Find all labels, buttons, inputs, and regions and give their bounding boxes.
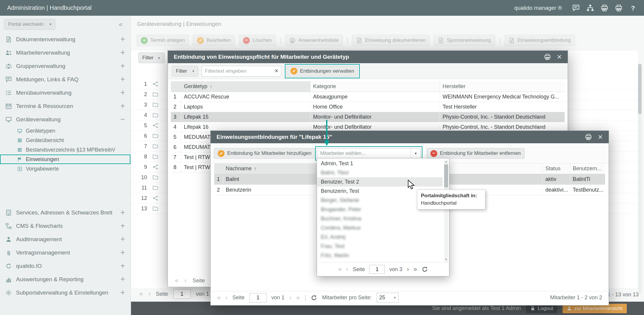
column-header-hersteller[interactable]: Hersteller [440,81,565,92]
column-header-benutzername[interactable]: Benutzern... [570,163,605,174]
expander-icon[interactable]: + [120,62,125,70]
sidebar-subitem[interactable]: Gerätetypen [0,126,130,136]
sidebar-item[interactable]: Auditmanagement + [0,233,130,246]
dropdown-item[interactable]: Benutzer, Test 2 [317,177,443,187]
sidebar-item[interactable]: CMS & Flowcharts + [0,219,130,233]
page-input[interactable] [369,265,385,274]
sidebar-subitem[interactable]: Bestandsverzeichnis §13 MPBetreibV [0,145,130,155]
expander-icon[interactable]: + [120,209,125,217]
column-header-number[interactable] [214,163,223,174]
expander-icon[interactable]: + [120,222,125,230]
per-page-select[interactable]: 25 ▾ [377,293,399,303]
toolbar-button[interactable]: Einweisungsentbindung [504,35,575,46]
close-icon[interactable]: × [598,133,603,141]
scrollbar-thumb[interactable] [444,164,448,187]
expander-icon[interactable]: + [120,235,125,243]
main-scrollbar[interactable] [638,63,642,295]
expander-icon[interactable]: − [120,115,125,123]
toolbar-button[interactable]: Einweisung dokumentieren [352,35,430,46]
dropdown-item[interactable]: Cordera, Markus [317,223,443,233]
scroll-down-icon[interactable]: ▼ [444,257,448,262]
filter-button[interactable]: Filter ▾ [172,66,198,77]
sidebar-item[interactable]: Menübaumverwaltung + [0,86,130,99]
sidebar-item[interactable]: § Vertragsmanagement + [0,246,130,259]
help-icon[interactable]: ? [629,4,637,12]
column-header-number[interactable] [171,81,181,92]
scroll-up-icon[interactable]: ▲ [444,160,448,164]
expander-icon[interactable]: + [120,35,125,43]
refresh-icon[interactable] [422,266,428,273]
expander-icon[interactable]: + [120,275,125,283]
remove-entbindung-button[interactable]: − Entbindung für Mitarbeiter entfernen [427,148,525,159]
toolbar-button[interactable]: −Löschen [239,35,276,46]
toolbar-button[interactable]: Anwesenheitsliste [285,35,343,46]
add-entbindung-button[interactable]: Entbindung für Mitarbeiter hinzufügen [214,148,315,159]
sidebar-collapse-icon[interactable]: « [119,20,123,28]
sidebar-item[interactable]: Services, Adressen & Schwarzes Brett + [0,206,130,219]
geraetetyp-row[interactable]: 3 Lifepak 15 Monitor- und Defibrillator … [171,112,565,122]
last-page-button[interactable]: » [413,266,417,273]
dropdown-scrollbar[interactable]: ▲ ▼ [444,160,448,262]
first-page-button[interactable]: « [217,295,221,301]
column-header-kategorie[interactable]: Kategorie [310,81,440,92]
scrollbar-thumb[interactable] [638,64,642,114]
page-input[interactable] [250,293,267,303]
expander-icon[interactable]: + [120,249,125,257]
geraetetyp-row[interactable]: 1 ACCUVAC Rescue Absaugpumpe WEINMANN Em… [171,92,565,102]
main-filter-button[interactable]: Filter ▾ [138,52,165,63]
expander-icon[interactable]: + [120,262,125,270]
printer-icon[interactable] [615,4,623,12]
geraetetyp-row[interactable]: 2 Laptops Home Office Test Hersteller [171,102,565,112]
expander-icon[interactable]: + [120,49,125,57]
prev-page-button[interactable]: ‹ [184,277,187,284]
sidebar-item[interactable]: Meldungen, Links & FAQ + [0,73,130,86]
sidebar-item[interactable]: Dokumentenverwaltung + [0,33,130,46]
sidebar-item[interactable]: Mitarbeiterverwaltung + [0,46,130,59]
first-page-button[interactable]: « [175,277,179,284]
print-icon[interactable] [585,133,592,141]
sidebar-subitem[interactable]: Vorgabewerte [0,164,130,174]
prev-page-button[interactable]: ‹ [148,291,150,297]
sitemap-icon[interactable] [586,4,594,12]
prev-page-button[interactable]: ‹ [346,266,348,273]
toolbar-button[interactable]: Spontaneinweisung [434,35,495,46]
clear-filter-icon[interactable]: × [274,67,278,75]
mitarbeiter-select[interactable]: Mitarbeiter wählen... ▾ [317,148,421,159]
dropdown-item[interactable]: Buchner, Kristina [317,214,443,223]
sidebar-item[interactable]: Auswertungen & Reporting + [0,273,130,286]
next-page-button[interactable]: › [289,295,291,301]
first-page-button[interactable]: « [139,291,143,297]
dropdown-item[interactable]: Erl, Andrej [317,233,443,242]
printer-icon[interactable] [601,4,608,12]
filter-text-input[interactable] [202,66,281,77]
first-page-button[interactable]: « [338,266,342,273]
sidebar-subitem[interactable]: Einweisungen [0,155,130,164]
sidebar-item[interactable]: qualido.IO + [0,259,130,273]
print-icon[interactable] [544,53,551,61]
sidebar-item[interactable]: Termine & Ressourcen + [0,99,130,113]
sidebar-item[interactable]: Gruppenverwaltung + [0,59,130,73]
expander-icon[interactable]: + [120,75,125,83]
chat-icon[interactable] [572,4,580,12]
toolbar-button[interactable]: +Termin anlegen [137,35,189,46]
sidebar-subitem[interactable]: Geräteübersicht [0,136,130,145]
toolbar-button[interactable]: Bearbeiten [193,35,235,46]
dropdown-item[interactable]: Fritz, Martin [317,251,443,260]
portal-switch-button[interactable]: Portal wechseln ▾ [4,19,55,30]
dropdown-item[interactable]: Balint, Tibor [317,168,443,177]
manage-entbindungen-button[interactable]: Entbindungen verwalten [287,66,358,77]
sidebar-item[interactable]: Subportalverwaltung & Einstellungen + [0,286,130,299]
column-header-geraetetyp[interactable]: Gerätetyp ↑ [181,81,310,92]
close-icon[interactable]: × [557,53,562,61]
dropdown-item[interactable]: Admin, Test 1 [317,159,443,168]
expander-icon[interactable]: + [120,89,125,97]
column-header-status[interactable]: Status [543,163,570,174]
refresh-icon[interactable] [311,295,317,301]
prev-page-button[interactable]: ‹ [225,295,228,301]
last-page-button[interactable]: » [296,295,300,301]
page-input[interactable] [173,289,191,299]
expander-icon[interactable]: + [120,102,125,110]
next-page-button[interactable]: › [407,266,409,273]
sidebar-item[interactable]: Geräteverwaltung − [0,113,130,126]
dropdown-item[interactable]: Frau, Test [317,242,443,251]
